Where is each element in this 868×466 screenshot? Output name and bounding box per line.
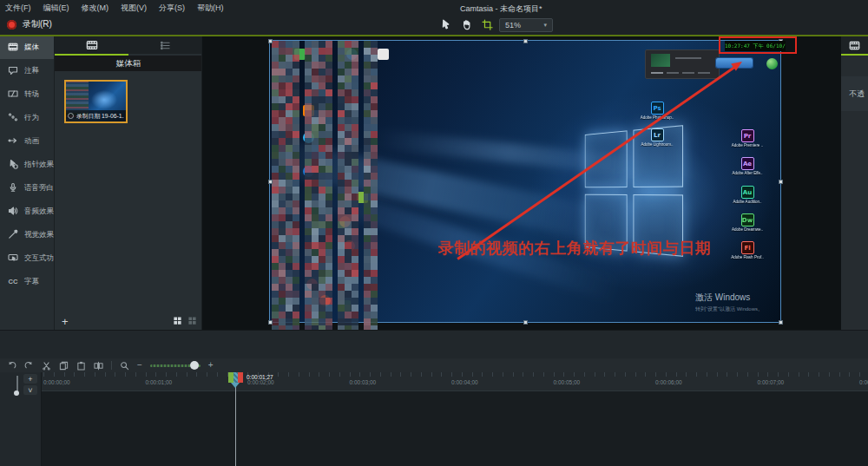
redo-button[interactable] xyxy=(24,361,34,371)
sidebar-item-label: 视觉效果 xyxy=(24,230,54,240)
sidebar-item-label: 行为 xyxy=(24,113,39,123)
bubble-icon xyxy=(8,63,18,79)
zoom-in-button[interactable]: + xyxy=(208,361,214,370)
media-panel-bottom-bar: + xyxy=(55,312,202,330)
behavior-icon xyxy=(8,110,18,126)
playhead-line[interactable] xyxy=(235,384,236,466)
chevron-down-icon: ▾ xyxy=(543,22,547,29)
resize-handle[interactable] xyxy=(268,180,273,184)
add-media-button[interactable]: + xyxy=(62,316,69,327)
desktop-icon-fl: FlAdobe Flash Prof.. xyxy=(730,241,765,259)
timeline-zoom-slider[interactable] xyxy=(150,364,201,367)
annotation-text[interactable]: 录制的视频的右上角就有了时间与日期 xyxy=(438,238,707,259)
opacity-label: 不透 xyxy=(849,89,865,100)
sidebar-item-audio-effects[interactable]: 音频效果 xyxy=(0,200,54,223)
collapse-tracks-button[interactable]: ˅ xyxy=(23,385,37,395)
sidebar-item-media[interactable]: 媒体 xyxy=(0,36,54,59)
sidebar-item-label: 语音旁白 xyxy=(24,183,54,194)
tab-library[interactable] xyxy=(128,36,202,54)
sidebar-item-voice-narration[interactable]: 语音旁白 xyxy=(0,176,54,200)
menu-item[interactable]: 修改(M) xyxy=(82,3,109,14)
zoom-level-value: 51% xyxy=(505,21,521,30)
playhead-handle[interactable] xyxy=(228,372,243,383)
speaker-icon xyxy=(8,204,18,220)
recorded-timestamp: 10:27:47 下午 06/10/2019 xyxy=(725,41,786,51)
ruler-label: 0:00:08;00 xyxy=(859,379,868,385)
menu-item[interactable]: 帮助(H) xyxy=(197,3,224,14)
sidebar-item-label: 动画 xyxy=(24,136,39,147)
track-scale-handle[interactable] xyxy=(14,391,19,396)
sidebar-item-label: 注释 xyxy=(24,66,39,76)
tab-media-bin[interactable] xyxy=(55,36,128,54)
desktop-icon-pr: PrAdobe Premiere .. xyxy=(730,129,765,148)
pan-tool-button[interactable] xyxy=(460,18,473,31)
media-clip-thumbnail[interactable]: 录制日期 19-06-1... xyxy=(64,80,128,123)
zoom-level-select[interactable]: 51% ▾ xyxy=(499,18,553,32)
mosaic-strip xyxy=(305,41,332,339)
interact-icon xyxy=(8,251,18,266)
media-bin-title: 媒体箱 xyxy=(55,56,202,71)
ruler-label: 0:00:00;00 xyxy=(43,379,70,385)
grid-view-button[interactable] xyxy=(173,313,182,329)
media-panel: 媒体箱 录制日期 19-06-1... + xyxy=(54,36,201,330)
sidebar-item-behaviors[interactable]: 行为 xyxy=(0,106,54,129)
undo-button[interactable] xyxy=(7,361,16,371)
resize-handle[interactable] xyxy=(268,320,273,325)
sidebar-item-transitions[interactable]: 转场 xyxy=(0,82,54,106)
video-canvas[interactable]: 激活 Windows 转到“设置”以激活 Windows。 PsAdobe Ph… xyxy=(270,41,780,322)
add-track-button[interactable]: + xyxy=(23,374,37,384)
ruler-label: 0:00:01;00 xyxy=(146,379,173,385)
menu-item[interactable]: 分享(S) xyxy=(159,3,185,14)
recorder-popup-thumbnail xyxy=(651,54,670,67)
sidebar-item-interactivity[interactable]: 交互式功能 xyxy=(0,246,54,270)
media-clip-label-bar: 录制日期 19-06-1... xyxy=(66,110,126,121)
paste-button[interactable] xyxy=(76,361,86,371)
desktop-icon-dw: DwAdobe Dreamwe.. xyxy=(730,213,765,232)
menu-item[interactable]: 编辑(E) xyxy=(43,3,69,14)
split-button[interactable] xyxy=(94,361,103,371)
record-button[interactable]: 录制(R) xyxy=(7,18,52,30)
pointer-tool-button[interactable] xyxy=(439,18,452,31)
resize-handle[interactable] xyxy=(779,320,783,325)
ruler-label: 0:00:02;00 xyxy=(247,379,274,385)
film-icon xyxy=(8,40,18,56)
sidebar-item-visual-effects[interactable]: 视觉效果 xyxy=(0,223,54,246)
track-header-column: + ˅ xyxy=(0,372,42,466)
properties-panel: 不透 xyxy=(841,36,868,330)
media-panel-tabs xyxy=(55,36,202,54)
sidebar-item-annotations[interactable]: 注释 xyxy=(0,59,54,82)
sidebar-item-captions[interactable]: CC字幕 xyxy=(0,270,54,293)
timeline-ruler[interactable]: 0:00:00;000:00:01;000:00:02;000:00:03;00… xyxy=(42,372,868,391)
cut-button[interactable] xyxy=(42,361,51,371)
menu-item[interactable]: 视图(V) xyxy=(121,3,147,14)
sidebar-item-label: 音频效果 xyxy=(24,207,54,217)
active-tab-underline xyxy=(841,54,868,56)
menu-item[interactable]: 文件(F) xyxy=(5,3,31,14)
timeline-zoom-handle[interactable] xyxy=(190,361,199,370)
recorder-popup xyxy=(645,49,720,79)
crop-tool-button[interactable] xyxy=(481,18,494,31)
playhead-out-handle[interactable] xyxy=(238,372,243,383)
tools-sidebar: 媒体注释转场行为动画指针效果语音旁白音频效果视觉效果交互式功能CC字幕 xyxy=(0,36,54,330)
playhead-pointer xyxy=(231,383,240,388)
ruler-label: 0:00:07;00 xyxy=(758,379,785,385)
animation-icon xyxy=(8,134,18,149)
timeline-tracks[interactable] xyxy=(42,391,868,466)
ruler-label: 0:00:03;00 xyxy=(350,379,377,385)
sidebar-item-label: 指针效果 xyxy=(24,160,54,170)
resize-handle[interactable] xyxy=(523,39,528,43)
resize-handle[interactable] xyxy=(779,180,783,184)
zoom-out-button[interactable]: − xyxy=(137,361,142,370)
svg-text:CC: CC xyxy=(9,277,18,285)
annotation-rectangle[interactable]: 10:27:47 下午 06/10/2019 xyxy=(719,36,797,54)
properties-tab[interactable] xyxy=(841,36,868,54)
copy-button[interactable] xyxy=(59,361,69,371)
zoom-timeline-icon xyxy=(120,361,129,371)
sidebar-item-cursor-effects[interactable]: 指针效果 xyxy=(0,153,54,176)
resize-handle[interactable] xyxy=(268,39,273,43)
sidebar-item-animations[interactable]: 动画 xyxy=(0,129,54,153)
cursor-icon xyxy=(8,157,18,173)
resize-handle[interactable] xyxy=(523,320,528,325)
list-view-button[interactable] xyxy=(187,313,197,329)
toolbar-divider xyxy=(111,361,112,370)
